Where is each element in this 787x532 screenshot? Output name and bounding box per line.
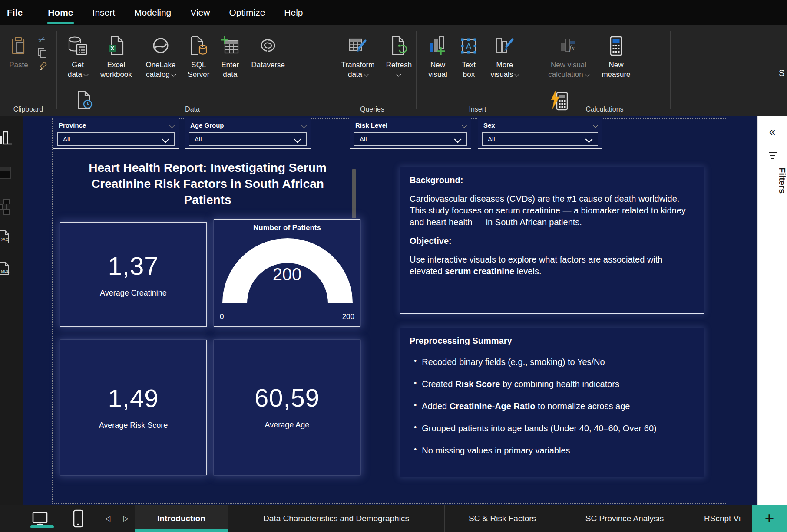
- chevron-down-icon[interactable]: [301, 122, 307, 128]
- bullet-item: •Grouped patients into age bands (Under …: [414, 423, 694, 434]
- tab-introduction[interactable]: Introduction: [135, 505, 228, 532]
- excel-workbook-button[interactable]: X Excelworkbook: [95, 25, 137, 79]
- text-box-button[interactable]: A Textbox: [455, 25, 483, 79]
- ribbon-group-queries: Transformdata Refresh Queries: [328, 25, 416, 116]
- model-view-icon[interactable]: [0, 197, 14, 217]
- bullet-item: •Added Creatinine-Age Ratio to normalize…: [414, 401, 694, 412]
- chevron-down-icon: [585, 136, 593, 143]
- menu-help[interactable]: Help: [284, 7, 303, 18]
- menu-view[interactable]: View: [190, 7, 210, 18]
- chevron-down-icon: [171, 72, 176, 76]
- slicer-sex[interactable]: Sex All: [478, 118, 602, 149]
- tab-rscript[interactable]: RScript Vi: [689, 505, 752, 532]
- svg-text:DAX: DAX: [0, 237, 9, 242]
- powerbi-desktop-window: File Home Insert Modeling View Optimize …: [0, 0, 787, 532]
- age-group-dropdown[interactable]: All: [189, 132, 307, 146]
- slicer-risk-level[interactable]: Risk Level All: [350, 118, 471, 149]
- card-average-age[interactable]: 60,59 Average Age: [214, 340, 360, 475]
- kpi-value: 1,37: [60, 251, 206, 280]
- next-page-arrow[interactable]: ▷: [123, 505, 129, 532]
- more-visuals-icon: [494, 35, 515, 57]
- format-painter-icon[interactable]: [38, 61, 48, 72]
- dax-query-view-icon[interactable]: DAX: [0, 228, 14, 248]
- transform-data-button[interactable]: Transformdata: [335, 25, 380, 79]
- paste-button[interactable]: Paste: [3, 25, 34, 70]
- filter-icon: [768, 152, 777, 161]
- table-view-icon[interactable]: [0, 164, 14, 184]
- background-textbox[interactable]: Background: Cardiovascular diseases (CVD…: [400, 167, 704, 314]
- preprocessing-textbox[interactable]: Preprocessing Summary •Recoded binary fi…: [400, 328, 704, 477]
- report-title-textbox[interactable]: Heart Health Report: Investigating Serum…: [58, 154, 357, 219]
- svg-text:A: A: [466, 42, 472, 51]
- expand-pane-icon[interactable]: «: [757, 126, 787, 137]
- tmdl-view-icon[interactable]: TMDL: [0, 259, 14, 279]
- filters-pane-label[interactable]: Filters: [757, 167, 787, 254]
- chevron-down-icon: [585, 72, 589, 76]
- gauge-min-label: 0: [220, 312, 224, 321]
- risk-level-dropdown[interactable]: All: [354, 132, 467, 146]
- enter-data-button[interactable]: Enterdata: [215, 25, 245, 79]
- report-view-icon[interactable]: [0, 128, 14, 148]
- mobile-view-button[interactable]: [73, 505, 83, 532]
- chevron-down-icon[interactable]: [461, 122, 467, 128]
- new-visual-calculation-button[interactable]: fx New visualcalculation: [542, 25, 595, 79]
- svg-text:TMDL: TMDL: [0, 269, 9, 273]
- sex-dropdown[interactable]: All: [482, 132, 598, 146]
- card-average-creatinine[interactable]: 1,37 Average Creatinine: [60, 222, 207, 327]
- report-canvas[interactable]: Province All Age Group All Risk Level Al…: [23, 116, 757, 505]
- bullet-item: •Created Risk Score by combining health …: [414, 378, 694, 390]
- get-data-button[interactable]: Getdata: [62, 25, 93, 79]
- gauge-value: 200: [214, 265, 360, 284]
- page-tab-bar: ◁ ▷ Introduction Data Characteristics an…: [0, 505, 787, 532]
- slicer-value: All: [195, 135, 202, 143]
- slicer-title: Age Group: [190, 122, 224, 129]
- slicer-age-group[interactable]: Age Group All: [185, 118, 311, 149]
- bullet-item: •No missing values in primary variables: [414, 445, 694, 456]
- database-icon: [67, 35, 88, 57]
- new-visual-button[interactable]: Newvisual: [423, 25, 453, 79]
- chevron-down-icon: [162, 136, 169, 143]
- svg-text:fx: fx: [569, 44, 575, 52]
- refresh-button[interactable]: Refresh: [382, 25, 415, 79]
- tab-sc-risk-factors[interactable]: SC & Risk Factors: [445, 505, 560, 532]
- chevron-down-icon: [83, 72, 88, 76]
- dataverse-button[interactable]: Dataverse: [247, 25, 289, 79]
- chevron-down-icon[interactable]: [592, 122, 599, 128]
- new-measure-button[interactable]: Newmeasure: [597, 25, 635, 79]
- menu-home[interactable]: Home: [48, 7, 73, 18]
- slicer-province[interactable]: Province All: [53, 118, 179, 149]
- excel-file-icon: X: [106, 35, 126, 57]
- chevron-down-icon: [294, 136, 301, 143]
- cut-icon[interactable]: ✂: [37, 33, 50, 46]
- card-average-risk-score[interactable]: 1,49 Average Risk Score: [60, 340, 207, 475]
- menu-insert[interactable]: Insert: [93, 7, 116, 18]
- calculations-group-label: Calculations: [539, 105, 670, 113]
- previous-page-arrow[interactable]: ◁: [105, 505, 110, 532]
- menu-file[interactable]: File: [7, 7, 23, 18]
- onelake-catalog-button[interactable]: OneLakecatalog: [139, 25, 182, 79]
- menu-modeling[interactable]: Modeling: [134, 7, 171, 18]
- province-dropdown[interactable]: All: [57, 132, 175, 146]
- chevron-down-icon[interactable]: [169, 122, 175, 128]
- more-visuals-button[interactable]: Morevisuals: [485, 25, 525, 79]
- menu-optimize[interactable]: Optimize: [229, 7, 265, 18]
- kpi-label: Average Age: [214, 420, 360, 430]
- background-heading: Background:: [410, 175, 694, 185]
- sql-server-button[interactable]: SQLServer: [184, 25, 213, 79]
- tab-sc-province-analysis[interactable]: SC Province Analysis: [560, 505, 689, 532]
- copy-icon[interactable]: [38, 48, 46, 57]
- visual-calculation-icon: fx: [558, 35, 579, 57]
- svg-text:X: X: [111, 45, 115, 52]
- new-page-button[interactable]: +: [752, 505, 787, 532]
- dataverse-icon: [258, 35, 278, 57]
- objective-paragraph: Use interactive visuals to explore what …: [410, 254, 694, 277]
- preprocessing-bullet-list: •Recoded binary fields (e.g., smoking) t…: [410, 356, 694, 456]
- tab-data-characteristics[interactable]: Data Characteristics and Demographics: [228, 505, 445, 532]
- title-scrollbar[interactable]: [352, 169, 356, 218]
- sql-server-icon: [188, 35, 209, 57]
- gauge-max-label: 200: [342, 312, 354, 321]
- filters-pane[interactable]: « Filters: [757, 116, 787, 505]
- gauge-number-of-patients[interactable]: Number of Patients 200 0 200: [214, 219, 360, 327]
- ribbon-group-data: Getdata X Excelworkbook OneLakecatalog S…: [57, 25, 328, 116]
- slicer-value: All: [488, 135, 495, 143]
